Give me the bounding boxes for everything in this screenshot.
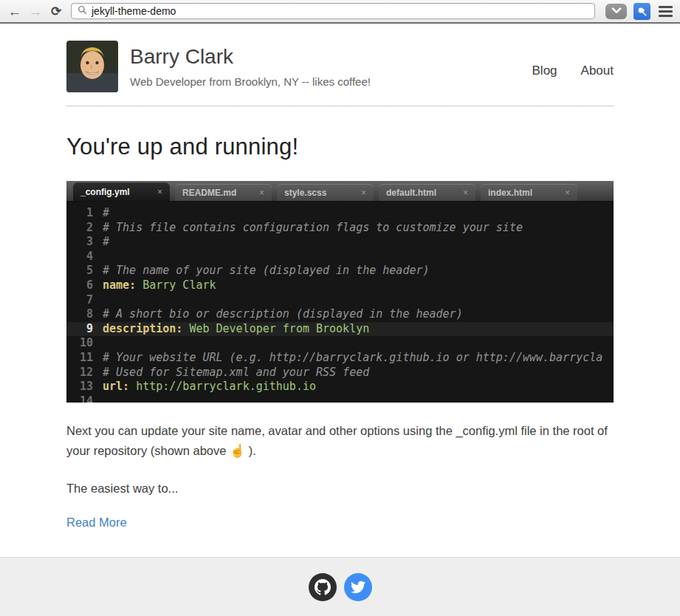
post-paragraph-2: The easiest way to... xyxy=(66,479,614,499)
close-icon: × xyxy=(463,188,468,198)
code-line: 14 xyxy=(66,394,614,403)
code-line-current: 9description: Web Developer from Brookly… xyxy=(66,322,614,337)
forward-icon[interactable]: → xyxy=(25,4,46,18)
url-text: jekyll-theme-demo xyxy=(92,5,176,17)
site-nav: Blog About xyxy=(532,64,614,78)
code-editor-screenshot: _config.yml × README.md × style.scss × d… xyxy=(66,181,614,403)
search-icon xyxy=(78,4,87,18)
post-paragraph-1: Next you can update your site name, avat… xyxy=(66,421,614,462)
close-icon: × xyxy=(259,188,264,198)
code-line: 3# xyxy=(66,235,614,250)
code-line: 8# A short bio or description (displayed… xyxy=(66,307,614,322)
menu-icon[interactable] xyxy=(657,4,674,18)
tab-label: _config.yml xyxy=(80,187,130,197)
code-line: 12# Used for Sitemap.xml and your RSS fe… xyxy=(66,366,614,380)
code-line: 6name: Barry Clark xyxy=(66,278,614,293)
tab-label: README.md xyxy=(182,188,236,198)
close-icon: × xyxy=(565,188,570,198)
tab-label: style.scss xyxy=(284,188,326,198)
tab-label: default.html xyxy=(386,188,436,198)
nav-link-blog[interactable]: Blog xyxy=(532,64,557,78)
back-icon[interactable]: ← xyxy=(4,4,25,18)
site-description: Web Developer from Brooklyn, NY -- likes… xyxy=(130,75,371,88)
tab-readme-md: README.md × xyxy=(175,184,272,201)
nav-link-about[interactable]: About xyxy=(581,64,614,78)
pushpin-icon[interactable] xyxy=(633,3,650,20)
close-icon: × xyxy=(361,188,366,198)
code-line: 13url: http://barryclark.github.io xyxy=(66,380,614,394)
close-icon: × xyxy=(157,187,162,197)
tab-config-yml: _config.yml × xyxy=(73,182,170,201)
header-divider xyxy=(66,106,614,106)
tab-style-scss: style.scss × xyxy=(277,184,374,201)
github-icon[interactable] xyxy=(309,573,337,601)
site-title[interactable]: Barry Clark xyxy=(130,45,371,69)
twitter-icon[interactable] xyxy=(344,573,372,601)
refresh-icon[interactable]: ⟳ xyxy=(46,5,66,18)
code-line: 5# The name of your site (displayed in t… xyxy=(66,264,614,278)
avatar[interactable] xyxy=(66,41,118,92)
code-line: 7 xyxy=(66,293,614,308)
code-line: 2# This file contains configuration flag… xyxy=(66,221,614,236)
site-header: Barry Clark Web Developer from Brooklyn,… xyxy=(66,24,614,92)
code-line: 1# xyxy=(66,206,614,221)
code-line: 4 xyxy=(66,250,614,264)
tab-index-html: index.html × xyxy=(481,184,577,201)
point-up-emoji: ☝ xyxy=(230,444,245,458)
post-title: You're up and running! xyxy=(66,134,614,160)
tab-label: index.html xyxy=(488,188,532,198)
pocket-icon[interactable] xyxy=(605,4,627,19)
editor-tab-bar: _config.yml × README.md × style.scss × d… xyxy=(66,181,614,202)
tab-default-html: default.html × xyxy=(379,184,475,201)
browser-toolbar: ← → ⟳ jekyll-theme-demo xyxy=(0,0,680,24)
paragraph-text: ). xyxy=(245,444,256,457)
code-area: 1# 2# This file contains configuration f… xyxy=(66,202,614,403)
code-line: 11# Your website URL (e.g. http://barryc… xyxy=(66,351,614,366)
address-bar[interactable]: jekyll-theme-demo xyxy=(71,3,595,19)
code-line: 10 xyxy=(66,336,614,351)
site-footer xyxy=(0,557,680,616)
read-more-link[interactable]: Read More xyxy=(66,516,127,530)
paragraph-text: Next you can update your site name, avat… xyxy=(66,424,608,457)
